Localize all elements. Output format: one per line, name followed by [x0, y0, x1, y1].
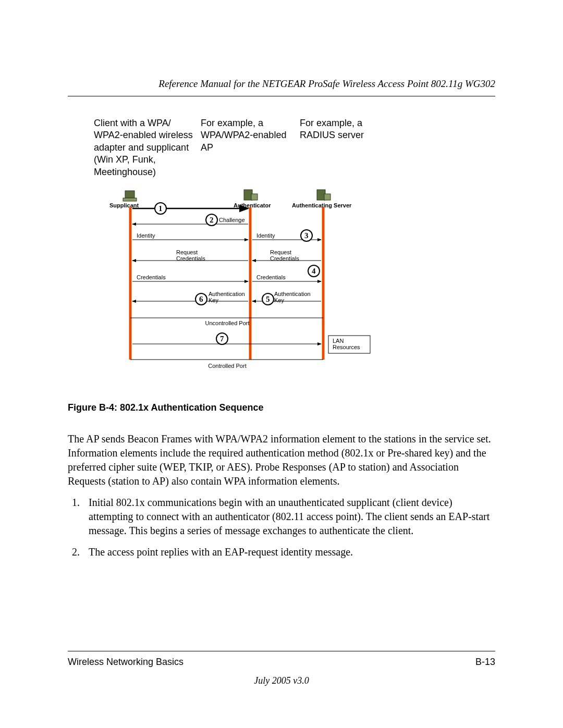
body-paragraph: The AP sends Beacon Frames with WPA/WPA2…: [68, 432, 495, 488]
svg-rect-4: [123, 198, 137, 201]
step-3: 3: [304, 231, 309, 240]
footer-section: Wireless Networking Basics: [68, 657, 183, 668]
list-item: Initial 802.1x communications begin with…: [82, 496, 495, 538]
page-header-title: Reference Manual for the NETGEAR ProSafe…: [68, 78, 495, 96]
msg-uncontrolled: Uncontrolled Port: [205, 320, 250, 326]
msg-identity-r: Identity: [256, 232, 275, 239]
msg-cred-r: Credentials: [256, 274, 286, 280]
authenticator-icon: [244, 190, 258, 200]
page-footer: Wireless Networking Basics B-13: [68, 651, 495, 668]
label-ap: For example, a WPA/WPA2-enabled AP: [201, 117, 300, 178]
numbered-list: Initial 802.1x communications begin with…: [68, 496, 495, 559]
figure-caption: Figure B-4: 802.1x Authentication Sequen…: [68, 402, 495, 413]
step-4: 4: [312, 267, 316, 275]
msg-challenge: Challenge: [219, 217, 245, 223]
auth-server-icon: [317, 190, 331, 200]
list-item: The access point replies with an EAP-req…: [82, 545, 495, 559]
node-auth-server: Authenticating Server: [292, 202, 352, 208]
svg-rect-3: [125, 191, 134, 198]
msg-req-r: RequestCredentials: [270, 249, 299, 262]
step-7: 7: [220, 335, 224, 343]
svg-rect-8: [324, 194, 331, 200]
msg-identity-l: Identity: [137, 232, 155, 239]
auth-sequence-diagram: Supplicant Authenticator Authenticating …: [104, 188, 396, 386]
msg-req-l: RequestCredentials: [176, 249, 205, 262]
footer-page: B-13: [475, 657, 495, 668]
footer-date: July 2005 v3.0: [0, 675, 563, 686]
svg-rect-6: [251, 194, 258, 200]
msg-cred-l: Credentials: [137, 274, 166, 280]
step-5: 5: [266, 295, 270, 303]
msg-controlled: Controlled Port: [208, 363, 246, 369]
node-authenticator: Authenticator: [234, 202, 271, 208]
supplicant-icon: [123, 191, 137, 201]
label-server: For example, a RADIUS server: [300, 117, 383, 178]
step-2: 2: [210, 216, 214, 224]
step-6: 6: [199, 295, 203, 303]
step-1: 1: [158, 204, 163, 213]
label-client: Client with a WPA/ WPA2-enabled wireless…: [94, 117, 201, 178]
node-supplicant: Supplicant: [109, 202, 139, 208]
diagram-top-labels: Client with a WPA/ WPA2-enabled wireless…: [94, 117, 495, 178]
